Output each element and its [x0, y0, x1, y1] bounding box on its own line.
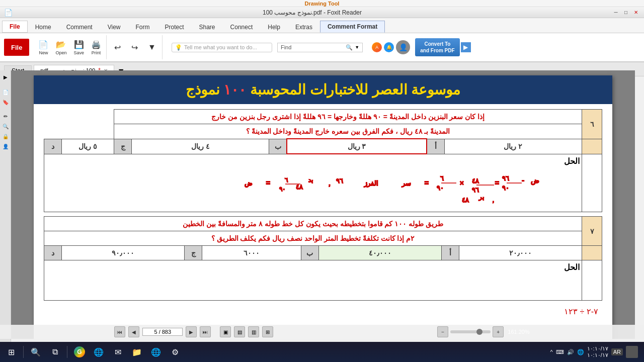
more-icon: ▼ — [148, 43, 156, 52]
edge-icon: 🌐 — [151, 347, 161, 357]
main-content: موسوعة العصر للاختبارات المحوسبة ۱۰۰ نمو… — [11, 70, 635, 339]
annotation-btn[interactable]: ✏ — [1, 112, 10, 121]
tab-view[interactable]: View — [100, 21, 128, 33]
prev-page-button[interactable]: ◀ — [128, 326, 139, 337]
zoom-out-button[interactable]: − — [437, 326, 448, 337]
bookmarks-btn[interactable]: 🔖 — [1, 98, 10, 107]
tab-form[interactable]: Form — [128, 21, 157, 33]
tab-connect[interactable]: Connect — [223, 21, 261, 33]
q6-opt-d: ٥ ريال — [62, 139, 114, 154]
svg-text:بر: بر — [478, 194, 484, 201]
tray-network: 🌐 — [577, 349, 584, 355]
first-page-button[interactable]: ⏮ — [114, 326, 125, 337]
pdf-content: ٦ إذا كان سعر البنزين داخل المدينةً = ٩٠… — [34, 104, 612, 323]
tab-share[interactable]: Share — [192, 21, 223, 33]
tab-comment[interactable]: Comment — [59, 21, 100, 33]
svg-text:-: - — [522, 176, 524, 185]
tray-clock[interactable]: ١٠:١٠/١٧ ١٠:١٠/١٧ — [587, 345, 608, 358]
zoom-level: 161.20% — [508, 329, 529, 335]
q6-text2: المدينةً بـ ٤٨ ريال ، فكم الفرق بين سعره… — [114, 124, 582, 139]
tab-home[interactable]: Home — [28, 21, 59, 33]
q6-label-a: أ — [427, 139, 444, 154]
q6-number: ٦ — [582, 110, 602, 139]
show-desktop-button[interactable] — [626, 346, 638, 358]
tell-me-placeholder: Tell me what you want to do... — [184, 44, 257, 50]
undo-button[interactable]: ↩ — [110, 36, 126, 58]
tab-comment-format[interactable]: Comment Format — [320, 21, 385, 33]
q7-opt-c: ٦٠٠٠ — [202, 246, 301, 260]
more-button[interactable]: ▼ — [144, 36, 160, 58]
q7-label-a: أ — [441, 246, 459, 260]
q7-opt-a: ٢٠٫٠٠٠ — [459, 246, 582, 260]
taskbar-search-button[interactable]: 🔍 — [27, 343, 45, 360]
q7-sol-spacer — [582, 260, 602, 301]
security-btn[interactable]: 🔒 — [1, 132, 10, 141]
svg-text:بد: بد — [308, 176, 313, 184]
zoom-slider[interactable] — [450, 330, 491, 333]
redo-button[interactable]: ↪ — [127, 36, 143, 58]
tab-extras[interactable]: Extras — [288, 21, 320, 33]
save-icon: 💾 — [74, 40, 84, 49]
taskbar-app-edge[interactable]: 🌐 — [147, 343, 165, 360]
tell-me-input[interactable]: 💡 Tell me what you want to do... — [172, 43, 272, 52]
page-input[interactable] — [142, 328, 183, 336]
taskbar-app-mail[interactable]: ✉ — [109, 343, 127, 360]
split-view-btn[interactable]: ⊞ — [262, 326, 273, 337]
taskbar-app-files[interactable]: 📁 — [128, 343, 146, 360]
find-input[interactable] — [293, 44, 344, 50]
question-7-table: ٧ طريق طوله ١٠٠ كم قاموا بتخطيطه بحيث يك… — [44, 216, 602, 301]
find-options-icon[interactable]: ▼ — [355, 45, 359, 50]
taskbar-app-browser[interactable]: 🌐 — [90, 343, 108, 360]
tab-help[interactable]: Help — [260, 21, 288, 33]
close-button[interactable]: ✕ — [632, 9, 640, 17]
print-button[interactable]: 🖨️Print — [88, 36, 104, 58]
svg-text:٩٦: ٩٦ — [502, 174, 509, 182]
last-page-button[interactable]: ⏭ — [200, 326, 211, 337]
taskbar-app-settings[interactable]: ⚙ — [166, 343, 184, 360]
next-page-button[interactable]: ▶ — [186, 326, 197, 337]
q7-opt-b: ٤٠٫٠٠٠ — [318, 246, 441, 260]
svg-text:٦: ٦ — [440, 174, 444, 182]
minimize-button[interactable]: ─ — [612, 9, 620, 17]
svg-text:×: × — [460, 179, 464, 187]
start-button[interactable]: ⊞ — [2, 343, 20, 360]
zoom-thumb[interactable] — [476, 329, 482, 335]
new-button[interactable]: 📄New — [35, 36, 51, 58]
tray-indicator: ^ — [550, 349, 552, 355]
tab-protect[interactable]: Protect — [157, 21, 192, 33]
q6-label-d: د — [44, 139, 62, 154]
find-search-icon[interactable]: 🔍 — [346, 44, 353, 51]
ribbon-toolbar: File 📄New 📂Open 💾Save 🖨️Print ↩ ↪ ▼ 💡 Te… — [0, 33, 644, 62]
mail-icon: ✉ — [115, 347, 121, 357]
q6-label-b: ب — [269, 139, 287, 154]
sidebar-toggle-btn[interactable]: ▶ — [1, 72, 10, 81]
search-btn[interactable]: 🔍 — [1, 122, 10, 131]
pdf-page: موسوعة العصر للاختبارات المحوسبة ۱۰۰ نمو… — [34, 75, 612, 339]
task-view-button[interactable]: ⧉ — [46, 343, 64, 360]
svg-text:=: = — [425, 179, 429, 187]
taskbar-app-g[interactable]: G — [70, 343, 89, 360]
file-button[interactable]: File — [4, 39, 29, 56]
question-6-table: ٦ إذا كان سعر البنزين داخل المدينةً = ٩٠… — [44, 109, 602, 212]
q7-number: ٧ — [582, 217, 602, 246]
new-icon: 📄 — [38, 40, 48, 49]
q7-text2: ٢م إذا كانت تكلفةً تخطيط المتر الواحد نص… — [44, 231, 582, 246]
single-page-view-btn[interactable]: ▣ — [220, 326, 231, 337]
convert-expand-button[interactable]: ▶ — [461, 42, 471, 52]
maximize-button[interactable]: □ — [622, 9, 630, 17]
system-tray: ^ ⌨ 🔊 🌐 ١٠:١٠/١٧ ١٠:١٠/١٧ AR — [550, 345, 642, 358]
files-icon: 📁 — [132, 347, 142, 357]
banner-text: موسوعة العصر للاختبارات المحوسبة — [246, 82, 460, 98]
svg-text:,: , — [329, 179, 331, 187]
convert-pdf-button[interactable]: Convert To and From PDF — [415, 38, 459, 56]
svg-text:سر: سر — [401, 179, 411, 188]
pages-panel-btn[interactable]: 📄 — [1, 87, 10, 97]
user-btn[interactable]: 👤 — [1, 142, 10, 151]
zoom-in-button[interactable]: + — [493, 326, 504, 337]
tab-file[interactable]: File — [2, 21, 28, 33]
continuous-view-btn[interactable]: ▤ — [234, 326, 245, 337]
open-button[interactable]: 📂Open — [52, 36, 69, 58]
two-page-view-btn[interactable]: ▥ — [248, 326, 259, 337]
window-title: 100 نموذج محوسب.pdf - Foxit Reader — [13, 9, 612, 16]
save-button[interactable]: 💾Save — [70, 36, 87, 58]
